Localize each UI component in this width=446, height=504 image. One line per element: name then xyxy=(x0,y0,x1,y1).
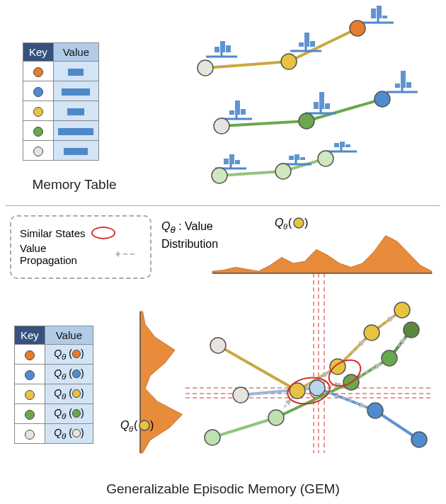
svg-point-128 xyxy=(139,420,149,430)
svg-point-109 xyxy=(233,387,248,403)
svg-text:Q: Q xyxy=(275,217,283,229)
svg-point-113 xyxy=(205,430,220,445)
svg-point-104 xyxy=(210,338,226,353)
svg-point-117 xyxy=(404,322,419,338)
svg-point-116 xyxy=(382,350,397,366)
svg-marker-61 xyxy=(140,311,183,453)
svg-point-114 xyxy=(268,410,284,425)
svg-point-112 xyxy=(411,432,427,447)
svg-marker-60 xyxy=(212,236,432,273)
svg-text:(: ( xyxy=(134,419,138,431)
svg-text:Q: Q xyxy=(120,419,129,431)
svg-point-110 xyxy=(309,380,325,396)
svg-line-80 xyxy=(212,418,276,437)
svg-point-123 xyxy=(294,218,304,228)
svg-text:θ: θ xyxy=(129,425,133,433)
bottom-graph: Qθ()Qθ() xyxy=(0,0,446,504)
svg-line-73 xyxy=(218,345,297,391)
svg-point-108 xyxy=(394,302,410,318)
svg-text:(: ( xyxy=(288,217,292,229)
svg-marker-99 xyxy=(359,402,367,407)
svg-text:θ: θ xyxy=(283,222,287,231)
svg-point-107 xyxy=(364,325,379,340)
svg-text:): ) xyxy=(150,419,154,431)
svg-text:): ) xyxy=(304,217,308,229)
svg-point-111 xyxy=(367,403,383,418)
